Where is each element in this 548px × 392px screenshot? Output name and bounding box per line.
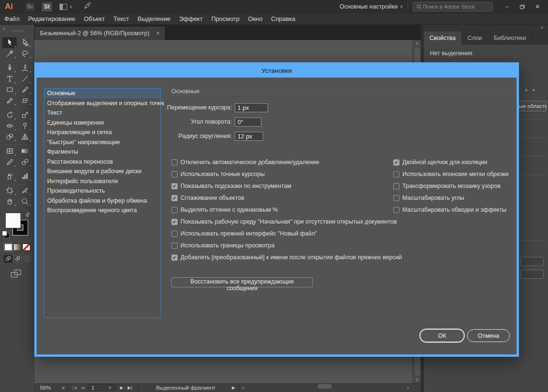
checkbox-unchecked[interactable] xyxy=(393,171,399,177)
checkbox-unchecked[interactable] xyxy=(171,231,178,237)
category-item[interactable]: Интерфейс пользователя xyxy=(44,176,160,186)
checkbox-left-4[interactable]: ✔Сглаживание объектов xyxy=(171,194,244,202)
menu-7[interactable]: Просмотр xyxy=(207,13,244,25)
color-button[interactable] xyxy=(4,244,12,251)
cancel-button[interactable]: Отмена xyxy=(467,329,510,342)
field-input[interactable] xyxy=(235,132,263,141)
slice-tool[interactable] xyxy=(18,185,32,196)
menu-3[interactable]: Объект xyxy=(80,13,109,25)
checkbox-checked[interactable]: ✔ xyxy=(393,159,399,166)
rectangle-tool[interactable] xyxy=(2,84,17,95)
pencil-tool[interactable] xyxy=(2,95,17,106)
prev-artboard-icon[interactable]: ◀ xyxy=(81,384,84,392)
chevron-down-icon[interactable]: ˅ xyxy=(70,4,72,10)
minimize-button[interactable]: – xyxy=(499,0,515,13)
rotate-tool[interactable] xyxy=(2,109,17,120)
swap-fill-stroke-icon[interactable]: ⇄ xyxy=(24,210,32,218)
restore-button[interactable] xyxy=(515,0,530,13)
checkbox-right-1[interactable]: ✔Двойной щелчок для изоляции xyxy=(393,158,488,166)
workspace-selector[interactable]: Основные настройки xyxy=(339,3,398,10)
gradient-button[interactable] xyxy=(13,244,21,251)
artboard-dropdown-icon[interactable]: ˅ xyxy=(109,384,111,392)
column-graph-tool[interactable] xyxy=(18,171,32,182)
checkbox-unchecked[interactable] xyxy=(171,159,178,166)
shape-builder-tool[interactable] xyxy=(2,131,17,142)
checkbox-unchecked[interactable] xyxy=(393,207,399,213)
category-item[interactable]: Обработка файлов и буфер обмена xyxy=(44,196,160,206)
mesh-tool[interactable] xyxy=(2,146,17,157)
menu-5[interactable]: Выделение xyxy=(133,13,175,25)
zoom-level[interactable]: 56% xyxy=(40,384,51,392)
checkbox-unchecked[interactable] xyxy=(393,183,399,189)
panel-field[interactable] xyxy=(520,270,544,279)
width-tool[interactable] xyxy=(2,120,17,131)
category-item[interactable]: Расстановка переносов xyxy=(44,157,160,167)
eyedropper-tool[interactable] xyxy=(2,157,17,167)
artboard-tool[interactable] xyxy=(2,185,17,196)
checkbox-right-2[interactable]: Использовать японские метки обрезки xyxy=(393,170,508,178)
bridge-icon[interactable]: Br xyxy=(25,2,35,11)
checkbox-left-1[interactable]: Отключить автоматическое добавление/удал… xyxy=(171,158,319,166)
checkbox-checked[interactable]: ✔ xyxy=(171,219,178,225)
expand-panel-icon[interactable]: » xyxy=(540,25,543,30)
pen-tool[interactable] xyxy=(2,62,17,73)
checkbox-wide-2[interactable]: Использовать прежний интерфейс "Новый фа… xyxy=(171,230,317,237)
magic-wand-tool[interactable] xyxy=(2,48,17,59)
checkbox-wide-4[interactable]: ✔Добавлять [преобразованный] к имени пос… xyxy=(171,254,402,261)
horizontal-scrollbar-thumb[interactable] xyxy=(318,384,332,389)
checkbox-unchecked[interactable] xyxy=(171,207,178,213)
checkbox-checked[interactable]: ✔ xyxy=(171,195,178,201)
zoom-tool[interactable] xyxy=(18,196,32,207)
fill-swatch[interactable] xyxy=(6,213,20,228)
direct-selection-tool[interactable] xyxy=(18,37,32,48)
next-artboard-icon[interactable]: ▶ xyxy=(120,384,123,392)
menu-6[interactable]: Эффект xyxy=(175,13,207,25)
checkbox-checked[interactable]: ✔ xyxy=(171,255,178,261)
gpu-performance-icon[interactable] xyxy=(83,2,91,11)
collapse-panel-icon[interactable]: « xyxy=(3,26,6,31)
category-item[interactable]: Основные xyxy=(44,88,160,98)
scroll-left-icon[interactable]: ‹ xyxy=(242,384,244,392)
category-item[interactable]: Производительность xyxy=(44,186,160,196)
tab-слои[interactable]: Слои xyxy=(462,31,488,45)
symbol-sprayer-tool[interactable] xyxy=(2,171,17,182)
panel-nav-arrows[interactable]: ◂▸ xyxy=(525,87,541,92)
checkbox-right-4[interactable]: Масштабировать углы xyxy=(393,194,464,202)
menu-4[interactable]: Текст xyxy=(109,13,133,25)
menu-2[interactable]: Редактирование xyxy=(24,13,80,25)
checkbox-right-5[interactable]: Масштабировать обводки и эффекты xyxy=(393,206,506,214)
chevron-down-icon[interactable]: ˅ xyxy=(400,4,403,10)
menu-8[interactable]: Окно xyxy=(244,13,267,25)
checkbox-right-3[interactable]: Трансформировать мозаику узоров xyxy=(393,182,500,190)
zoom-dropdown-icon[interactable]: ˅ xyxy=(62,384,65,392)
document-tab[interactable]: Безымянный-2 @ 56% (RGB/Просмотр) × xyxy=(35,27,165,40)
paintbrush-tool[interactable] xyxy=(18,84,32,95)
artboards-button-clipped[interactable]: ые области xyxy=(518,101,547,111)
lasso-tool[interactable] xyxy=(18,48,32,59)
menu-1[interactable]: Файл xyxy=(0,13,24,25)
close-button[interactable]: ✕ xyxy=(530,0,545,13)
tab-свойства[interactable]: Свойства xyxy=(424,31,462,45)
none-button[interactable] xyxy=(22,244,30,251)
arrange-documents-icon[interactable] xyxy=(60,4,67,10)
scale-tool[interactable] xyxy=(18,109,32,120)
checkbox-left-5[interactable]: Выделять оттенки с одинаковым % xyxy=(171,206,278,214)
dialog-title[interactable]: Установки xyxy=(37,65,517,78)
artboard-number[interactable]: 1 xyxy=(91,384,94,392)
scroll-down-icon[interactable]: ˅ xyxy=(413,377,421,382)
field-input[interactable] xyxy=(235,118,261,127)
panel-grip[interactable] xyxy=(11,30,24,32)
menu-9[interactable]: Справка xyxy=(267,13,299,25)
category-item[interactable]: Внешние модули и рабочие диски xyxy=(44,167,160,176)
field-input[interactable] xyxy=(235,103,268,112)
eraser-tool[interactable] xyxy=(18,95,32,106)
hand-tool[interactable] xyxy=(2,196,17,207)
checkbox-checked[interactable]: ✔ xyxy=(171,183,178,189)
draw-behind-button[interactable] xyxy=(13,255,22,263)
status-menu-icon[interactable]: ▶ xyxy=(232,384,235,392)
checkbox-unchecked[interactable] xyxy=(171,171,178,177)
checkbox-left-2[interactable]: Использовать точные курсоры xyxy=(171,170,265,178)
ok-button[interactable]: ОК xyxy=(420,329,464,342)
close-tab-icon[interactable]: × xyxy=(156,30,159,37)
draw-normal-button[interactable] xyxy=(4,255,12,263)
